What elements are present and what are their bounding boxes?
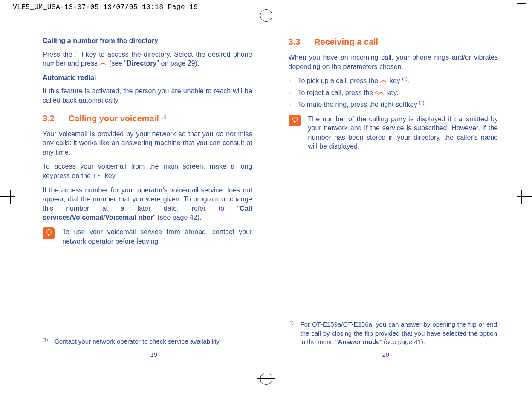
list-item-mute: To mute the ring, press the right softke… [289,100,498,109]
list-item-pickup: To pick up a call, press the key (1). [289,76,498,86]
footnote-marker: (1) [289,320,301,326]
section-number: 3.3 [289,36,312,48]
text: To reject a call, press the [298,89,375,96]
tip-caller-id: The number of the calling party is displ… [289,115,498,151]
list-item-reject: To reject a call, press the key. [289,88,498,98]
print-rule [232,13,523,13]
text-bold: Answer mode [338,338,379,345]
registration-mark-right [517,188,532,205]
para-calldir: Press the key to access the directory. S… [43,50,252,68]
text-bold: Directory [127,60,156,67]
page-number: 20 [269,350,503,359]
page-20: 3.3 Receiving a call When you have an in… [269,36,503,359]
print-slug: VLE5_UM_USA-13-07-05 13/07/05 10:18 Page… [13,3,198,11]
footnote-marker: (1) [43,337,55,343]
heading-automatic-redial: Automatic redial [43,73,252,83]
text: " on page 29). [156,60,199,67]
tip-voicemail-abroad: To use your voicemail service from abroa… [43,227,252,246]
footnote-ref: (1) [419,100,424,105]
tip-text: To use your voicemail service from abroa… [62,227,252,246]
text: key. [105,172,117,179]
text: Press the [43,51,75,58]
registration-mark-top [257,0,275,17]
section-3-2-heading: 3.2 Calling your voicemail (1) [43,113,252,124]
text: To access your voicemail from the main s… [43,163,252,179]
tip-text: The number of the calling party is displ… [308,115,498,151]
text: key [390,77,402,85]
trim-mark [518,0,518,4]
text: (see " [109,60,127,67]
footnote-ref: (1) [402,77,407,81]
heading-calling-from-directory: Calling a number from the directory [43,36,252,46]
text: To mute the ring, press the right softke… [298,101,419,108]
text: . [408,77,409,85]
text: To pick up a call, press the [298,77,380,85]
page-number: 19 [38,350,269,359]
text: " (see page 41). [380,338,425,345]
send-key-icon [380,79,387,83]
page-19: Calling a number from the directory Pres… [38,36,269,359]
end-key-icon [375,91,385,95]
text: " (see page 42). [153,214,201,221]
registration-mark-bottom [257,376,275,393]
directory-icon [75,52,83,57]
para-receiving-intro: When you have an incoming call, your pho… [289,53,498,71]
footnote-1-right: (1) For OT-E159a/OT-E256a, you can answe… [289,320,498,346]
section-title: Receiving a call [314,37,378,46]
text: key. [386,89,398,96]
receiving-call-list: To pick up a call, press the key (1). To… [289,76,498,109]
trim-mark [517,3,526,4]
footnote-text: Contact your network operator to check s… [55,337,258,346]
lightbulb-icon [43,227,55,239]
section-title: Calling your voicemail [69,114,162,123]
section-number: 3.2 [43,113,66,124]
text: If the access number for your operator's… [43,186,252,212]
registration-mark-left [0,188,15,205]
footnote-1-left: (1)Contact your network operator to chec… [43,337,259,346]
key-1-icon [93,174,103,179]
lightbulb-icon [289,115,301,126]
footnote-text: For OT-E159a/OT-E256a, you can answer by… [301,320,497,346]
para-auto-redial: If this feature is activated, the person… [43,86,252,105]
footnote-ref: (1) [161,114,166,119]
text: . [424,101,426,108]
para-voicemail-2: To access your voicemail from the main s… [43,162,252,180]
section-3-3-heading: 3.3 Receiving a call [289,36,498,48]
para-voicemail-3: If the access number for your operator's… [43,186,252,222]
para-voicemail-1: Your voicemail is provided by your netwo… [43,129,252,157]
send-key-icon [99,62,107,66]
page-spread: Calling a number from the directory Pres… [38,36,502,359]
